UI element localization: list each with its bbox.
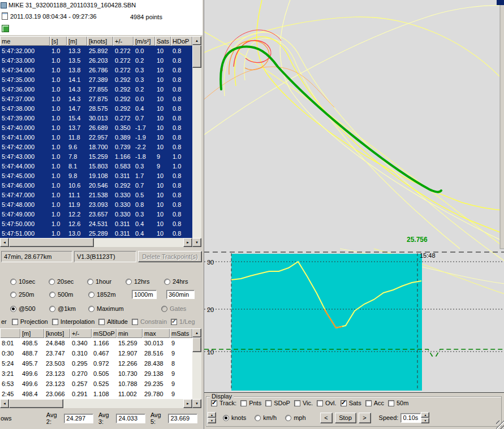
track-and-graph-canvas[interactable]: 25.756 15:48 30 20 10 <box>204 0 504 393</box>
table-row[interactable]: 5:47:39.0001.015.430.0130.2720.7100.8 <box>0 113 192 123</box>
col-header-msats[interactable]: mSats <box>170 328 192 338</box>
vscroll-thumb[interactable] <box>192 337 201 352</box>
resize-grip[interactable] <box>496 421 504 429</box>
hscroll-thumb[interactable] <box>9 399 63 408</box>
table-row[interactable]: 5:47:37.0001.014.327.8750.2920.0100.8 <box>0 94 192 103</box>
checkbox-ovl[interactable]: Ovl. <box>317 400 337 406</box>
radio-knots[interactable]: knots <box>223 414 246 421</box>
speed-spinner[interactable]: ▲ ▼ <box>421 412 429 423</box>
scroll-left-icon[interactable]: ◄ <box>0 399 9 408</box>
col-header-m[interactable]: [m] <box>67 36 87 46</box>
scroll-right-icon[interactable]: ► <box>183 399 192 408</box>
hscroll-thumb[interactable] <box>9 238 94 247</box>
col-header-max[interactable]: max <box>143 328 170 338</box>
spin-down-icon[interactable]: ▼ <box>421 418 429 423</box>
checkbox-track[interactable]: Track: <box>211 400 236 406</box>
filename[interactable]: MIKE 31_932001188_20110319_160428.SBN <box>8 2 136 8</box>
table-row[interactable]: 5:47:45.0001.09.819.1080.3111.7100.8 <box>0 171 192 180</box>
distance-input[interactable]: 1000m <box>132 290 157 299</box>
checkbox-interpolation[interactable]: Interpolation <box>52 318 95 325</box>
scroll-up-icon[interactable]: ▲ <box>192 36 201 45</box>
table-row[interactable]: 5:24495.723.5030.2950.97212.26628.4388 <box>0 358 192 369</box>
scroll-down-icon[interactable]: ▼ <box>192 238 201 247</box>
checkbox-altitude[interactable]: Altitude <box>98 318 128 325</box>
spin-up-icon[interactable]: ▲ <box>208 412 216 418</box>
next-button[interactable]: > <box>359 413 371 423</box>
radio-1km[interactable]: @1km <box>49 305 88 312</box>
col-header-time2[interactable] <box>0 328 20 338</box>
table-row[interactable]: 5:47:48.0001.011.923.0930.3300.8100.8 <box>0 200 192 209</box>
mini-map-icon[interactable] <box>2 25 9 32</box>
delete-trackpoints-button[interactable]: Delete Trackpoint(s) <box>138 251 202 262</box>
col-header-plusminus[interactable]: +/- <box>113 36 133 46</box>
spin-down-icon[interactable]: ▼ <box>208 418 216 423</box>
table-row[interactable]: 5:47:38.0001.014.728.5750.2920.4100.8 <box>0 103 192 113</box>
checkbox-vic[interactable]: Vic. <box>294 400 313 406</box>
table-row[interactable]: 5:47:46.0001.010.620.5460.2920.7100.8 <box>0 180 192 190</box>
table-row[interactable]: 6:53499.623.1230.2570.52510.78829.2359 <box>0 379 192 389</box>
results-vscrollbar[interactable]: ▲ ▼ <box>192 328 201 408</box>
checkbox-1-leg[interactable]: 1/Leg <box>171 318 195 325</box>
radio-1852m[interactable]: 1852m <box>88 291 127 298</box>
table-row[interactable]: 5:47:41.0001.011.822.9570.389-1.9100.8 <box>0 132 192 142</box>
row-spinner[interactable]: ▲ ▼ <box>208 412 216 423</box>
table-row[interactable]: 5:47:50.0001.012.624.5310.3110.4100.8 <box>0 219 192 228</box>
table-row[interactable]: 5:47:34.0001.013.826.7860.2720.3100.8 <box>0 65 192 75</box>
speed-value-control[interactable]: 0.10s ▲ ▼ <box>400 412 429 423</box>
col-header-sats[interactable]: Sats <box>155 36 171 46</box>
table-row[interactable]: 5:47:42.0001.09.618.7000.739-2.2100.8 <box>0 142 192 151</box>
radio-1hour[interactable]: 1hour <box>87 278 126 285</box>
radio-500[interactable]: @500 <box>10 305 49 312</box>
table-row[interactable]: 2:45498.423.0660.2911.10811.00229.7809 <box>0 389 192 399</box>
radio-mph[interactable]: mph <box>285 414 305 421</box>
stop-button[interactable]: Stop <box>335 413 356 423</box>
radio-12hrs[interactable]: 12hrs <box>126 278 164 285</box>
checkbox-pnts[interactable]: Pnts <box>240 400 261 406</box>
radio-24hrs[interactable]: 24hrs <box>164 278 203 285</box>
radio-gates[interactable]: Gates <box>161 305 186 312</box>
table-row[interactable]: 5:47:44.0001.08.115.8030.5830.391.0 <box>0 161 192 171</box>
table-row[interactable]: 5:47:47.0001.011.121.5380.3300.5100.8 <box>0 190 192 200</box>
checkbox-50m[interactable]: 50m <box>388 400 408 406</box>
table-row[interactable]: 5:47:36.0001.014.327.8550.2920.2100.8 <box>0 84 192 94</box>
table-row[interactable]: 0:30488.723.7470.3100.46712.90728.5169 <box>0 348 192 358</box>
col-header-hdop[interactable]: HDoP <box>171 36 192 46</box>
prev-button[interactable]: < <box>320 413 333 423</box>
table-row[interactable]: 5:47:35.0001.014.127.3890.2920.3100.8 <box>0 75 192 84</box>
scroll-up-icon[interactable]: ▲ <box>192 328 201 337</box>
col-header-m2[interactable]: [m] <box>20 328 44 338</box>
col-header-knots[interactable]: [knots] <box>87 36 113 46</box>
scroll-right-icon[interactable]: ► <box>183 238 192 247</box>
checkbox-projection[interactable]: Projection <box>12 318 48 325</box>
spin-up-icon[interactable]: ▲ <box>421 412 429 418</box>
radio-250m[interactable]: 250m <box>10 291 49 298</box>
trackpoint-vscrollbar[interactable]: ▲ ▼ <box>192 36 201 247</box>
table-row[interactable]: 5:47:33.0001.013.526.2030.2720.2100.8 <box>0 55 192 65</box>
radio-10sec[interactable]: 10sec <box>10 278 49 285</box>
radio-500m[interactable]: 500m <box>49 291 88 298</box>
trackpoint-hscrollbar[interactable]: ◄ ► <box>0 238 192 247</box>
checkbox-sdop[interactable]: SDoP <box>265 400 290 406</box>
table-row[interactable]: 5:47:40.0001.013.726.6890.350-1.7100.8 <box>0 123 192 132</box>
table-row[interactable]: 5:47:32.0001.013.325.8920.2720.0100.8 <box>0 46 192 55</box>
col-header-s[interactable]: [s] <box>50 36 67 46</box>
track-session-row[interactable]: 2011.03.19 08:04:34 - 09:27:36 <box>2 12 97 20</box>
col-header-time[interactable]: me <box>0 36 50 46</box>
file-title-row[interactable]: MIKE 31_932001188_20110319_160428.SBN <box>1 2 136 8</box>
col-header-plusminus2[interactable]: +/- <box>70 328 92 338</box>
table-row[interactable]: 8:01498.524.8480.3401.16615.25930.0139 <box>0 338 192 348</box>
col-header-ms2[interactable]: [m/s²] <box>133 36 155 46</box>
map-scrollbar[interactable] <box>500 0 504 249</box>
results-hscrollbar[interactable]: ◄ ► <box>0 399 192 408</box>
scroll-down-icon[interactable]: ▼ <box>192 399 201 408</box>
col-header-msdop[interactable]: mSDoP <box>92 328 117 338</box>
checkbox-acc[interactable]: Acc <box>365 400 384 406</box>
scroll-left-icon[interactable]: ◄ <box>0 238 9 247</box>
session-daterange[interactable]: 2011.03.19 08:04:34 - 09:27:36 <box>10 13 97 20</box>
checkbox-constrain[interactable]: Constrain <box>132 318 167 325</box>
radio-maximum[interactable]: Maximum <box>88 305 161 312</box>
table-row[interactable]: 3:21499.623.1230.2700.50510.73029.1389 <box>0 369 192 379</box>
vscroll-thumb[interactable] <box>192 45 201 68</box>
table-row[interactable]: 5:47:49.0001.012.223.6570.3300.3100.8 <box>0 209 192 219</box>
col-header-knots2[interactable]: [knots] <box>44 328 70 338</box>
